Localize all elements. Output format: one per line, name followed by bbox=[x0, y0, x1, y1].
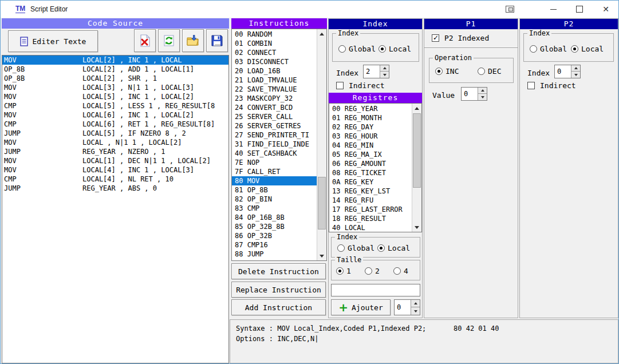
instruction-item[interactable]: 25 SERVER_CALL bbox=[232, 112, 317, 121]
spin-down-icon[interactable] bbox=[478, 94, 487, 100]
instruction-item[interactable]: 88 JUMP bbox=[232, 250, 317, 259]
value-spinner[interactable] bbox=[461, 87, 487, 101]
p2-global-radio[interactable] bbox=[530, 45, 537, 53]
instructions-list[interactable]: 00 RANDOM01 COMBIN02 CONNECT03 DISCONNEC… bbox=[231, 29, 327, 261]
instruction-item[interactable]: 22 SAVE_TMVALUE bbox=[232, 85, 317, 94]
clear-code-button[interactable] bbox=[134, 29, 156, 52]
registres-local-label[interactable]: Local bbox=[388, 244, 410, 252]
register-item[interactable]: 05 REG_MA_IX bbox=[329, 150, 412, 159]
instruction-item[interactable]: 00 RANDOM bbox=[232, 30, 317, 39]
register-item[interactable]: 13 REG_KEY_LST bbox=[329, 187, 412, 196]
register-item[interactable]: 18 REG_RESULT bbox=[329, 214, 412, 223]
code-row[interactable]: OP_8B LOCAL[2] , SHR , 1 bbox=[2, 74, 228, 83]
instruction-item[interactable]: 82 OP_BIN bbox=[232, 195, 317, 204]
editer-texte-button[interactable]: Editer Texte bbox=[8, 30, 98, 52]
code-row[interactable]: CMP LOCAL[6] , RET 1 , REG_RESULT[8] bbox=[2, 120, 228, 129]
instruction-item[interactable]: 24 CONVERT_BCD bbox=[232, 103, 317, 112]
local-radio-label[interactable]: Local bbox=[389, 45, 411, 53]
minimize-button[interactable] bbox=[540, 1, 566, 18]
code-row[interactable]: CMP LOCAL[4] , NL RET , 10 bbox=[2, 175, 228, 184]
instructions-scrollbar[interactable] bbox=[317, 29, 326, 260]
close-button[interactable]: ✕ bbox=[593, 1, 619, 18]
taille-1-label[interactable]: 1 bbox=[346, 267, 351, 275]
scroll-up-icon[interactable] bbox=[412, 104, 421, 113]
code-row[interactable]: MOV LOCAL[3] , N|1 1 , LOCAL[3] bbox=[2, 83, 228, 92]
instruction-item[interactable]: 7E NOP bbox=[232, 158, 317, 167]
code-row[interactable]: MOV LOCAL , N|1 1 , LOCAL[2] bbox=[2, 138, 228, 147]
code-row[interactable]: JUMP REG_YEAR , ABS , 0 bbox=[2, 184, 228, 193]
scroll-thumb[interactable] bbox=[318, 177, 326, 230]
index-spinner[interactable] bbox=[363, 65, 389, 78]
p2-indirect-label[interactable]: Indirect bbox=[540, 82, 576, 90]
p2-local-label[interactable]: Local bbox=[581, 45, 604, 53]
dec-radio-label[interactable]: DEC bbox=[488, 68, 501, 76]
instruction-item[interactable]: 86 OP_32B bbox=[232, 231, 317, 240]
instruction-item[interactable]: 31 FIND_FIELD_INDE bbox=[232, 140, 317, 149]
registres-list[interactable]: 00 REG_YEAR01 REG_MONTH02 REG_DAY03 REG_… bbox=[329, 103, 422, 232]
instruction-item[interactable]: 87 CMP16 bbox=[232, 240, 317, 250]
code-row[interactable]: MOV LOCAL[1] , DEC N|1 1 , LOCAL[2] bbox=[2, 156, 228, 165]
local-radio[interactable] bbox=[379, 45, 386, 53]
instruction-item[interactable]: 01 COMBIN bbox=[232, 39, 317, 48]
instruction-item[interactable]: 26 SERVER_GETRES bbox=[232, 121, 317, 130]
count-spinner[interactable] bbox=[394, 299, 420, 315]
register-item[interactable]: 04 REG_MIN bbox=[329, 141, 412, 150]
instruction-item[interactable]: 83 CMP bbox=[232, 204, 317, 213]
taille-1-radio[interactable] bbox=[336, 267, 344, 275]
p2-indexed-checkbox[interactable] bbox=[432, 34, 439, 42]
save-button[interactable] bbox=[206, 29, 228, 52]
register-item[interactable]: 0A REG_KEY bbox=[329, 177, 412, 187]
instruction-item[interactable]: 84 OP_16B_8B bbox=[232, 213, 317, 222]
scroll-thumb[interactable] bbox=[413, 113, 421, 188]
registres-local-radio[interactable] bbox=[377, 244, 385, 252]
p2-indexed-label[interactable]: P2 Indexed bbox=[444, 34, 489, 42]
p2-index-spinner-input[interactable] bbox=[555, 65, 571, 78]
instruction-item[interactable]: 23 MASKCOPY_32 bbox=[232, 94, 317, 103]
instruction-item[interactable]: 27 SEND_PRINTER_TI bbox=[232, 130, 317, 140]
inc-radio[interactable] bbox=[435, 68, 443, 75]
code-row[interactable]: OP_8B LOCAL[2] , ADD 1 , LOCAL[1] bbox=[2, 65, 228, 74]
global-radio-label[interactable]: Global bbox=[349, 45, 376, 53]
code-row[interactable]: MOV LOCAL[5] , INC 1 , LOCAL[2] bbox=[2, 92, 228, 101]
instruction-item[interactable]: 21 LOAD_TMVALUE bbox=[232, 76, 317, 85]
registres-scrollbar[interactable] bbox=[412, 104, 421, 232]
register-item[interactable]: 03 REG_HOUR bbox=[329, 132, 412, 141]
open-file-button[interactable] bbox=[182, 29, 204, 52]
code-row[interactable]: CMP LOCAL[5] , LESS 1 , REG_RESULT[8 bbox=[2, 101, 228, 110]
spin-down-icon[interactable] bbox=[571, 72, 580, 78]
code-row[interactable]: MOV LOCAL[2] , INC 1 , LOCAL bbox=[2, 56, 228, 65]
spin-up-icon[interactable] bbox=[571, 65, 580, 72]
register-item[interactable]: 00 REG_YEAR bbox=[329, 104, 412, 113]
instruction-item[interactable]: 81 OP_8B bbox=[232, 185, 317, 195]
dec-radio[interactable] bbox=[478, 68, 485, 75]
register-item[interactable]: 17 REG_LAST_ERROR bbox=[329, 205, 412, 214]
spin-up-icon[interactable] bbox=[478, 88, 487, 94]
p2-global-label[interactable]: Global bbox=[540, 45, 567, 53]
delete-instruction-button[interactable]: Delete Instruction bbox=[231, 263, 326, 279]
taille-2-radio[interactable] bbox=[365, 267, 372, 275]
code-row[interactable]: MOV LOCAL[6] , INC 1 , LOCAL[2] bbox=[2, 110, 228, 120]
scroll-down-icon[interactable] bbox=[412, 223, 421, 232]
register-item[interactable]: 14 REG_RFU bbox=[329, 196, 412, 205]
indirect-checkbox-label[interactable]: Indirect bbox=[349, 82, 385, 90]
p2-index-spinner[interactable] bbox=[554, 65, 581, 78]
instruction-item[interactable]: 03 DISCONNECT bbox=[232, 57, 317, 66]
taille-2-label[interactable]: 2 bbox=[375, 267, 380, 275]
inc-radio-label[interactable]: INC bbox=[445, 68, 459, 76]
instruction-item[interactable]: 40 SET_CASHBACK bbox=[232, 149, 317, 158]
scroll-down-icon[interactable] bbox=[317, 251, 326, 260]
register-item[interactable]: 02 REG_DAY bbox=[329, 122, 412, 132]
scroll-up-icon[interactable] bbox=[317, 29, 326, 38]
registres-global-label[interactable]: Global bbox=[348, 244, 374, 252]
p2-indirect-checkbox[interactable] bbox=[527, 82, 535, 89]
p2-local-radio[interactable] bbox=[571, 45, 578, 53]
instruction-item[interactable]: 85 OP_32B_8B bbox=[232, 222, 317, 231]
instruction-item[interactable]: 20 LOAD_16B bbox=[232, 66, 317, 76]
spin-up-icon[interactable] bbox=[411, 300, 420, 307]
index-spinner-input[interactable] bbox=[364, 65, 380, 78]
code-row[interactable]: JUMP LOCAL[5] , IF NZERO 8 , 2 bbox=[2, 129, 228, 138]
instruction-item[interactable]: 80 MOV bbox=[232, 176, 317, 185]
register-item[interactable]: 06 REG_AMOUNT bbox=[329, 159, 412, 168]
spin-down-icon[interactable] bbox=[380, 72, 389, 78]
count-spinner-input[interactable] bbox=[395, 300, 411, 315]
